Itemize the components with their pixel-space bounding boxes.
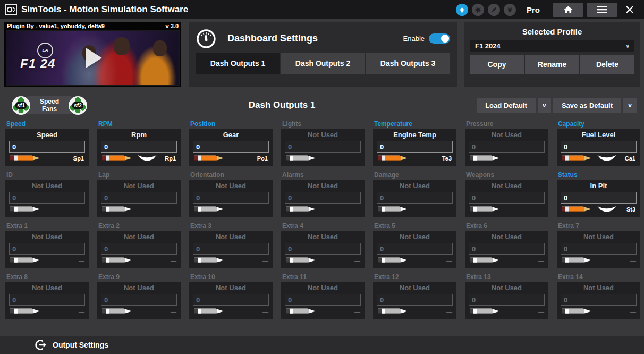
pencil-edit-icon[interactable]	[194, 257, 224, 264]
pencil-edit-icon[interactable]	[378, 206, 408, 213]
dash-card-extra-12: Extra 12 Not Used —	[373, 273, 456, 319]
card-value-input[interactable]	[285, 141, 361, 153]
card-value-input[interactable]	[377, 243, 453, 255]
fan-icon[interactable]: sf1	[12, 96, 30, 115]
card-value-input[interactable]	[101, 141, 177, 153]
card-body: Not Used —	[189, 282, 273, 319]
save-as-default-button[interactable]: Save as Default	[553, 98, 621, 113]
card-value-input[interactable]	[101, 243, 177, 255]
pencil-edit-icon[interactable]	[378, 308, 408, 315]
home-button[interactable]	[553, 3, 583, 17]
card-title: Fuel Level	[561, 131, 637, 141]
pencil-edit-icon[interactable]	[562, 155, 591, 162]
pencil-edit-icon[interactable]	[562, 206, 591, 213]
card-value-input[interactable]	[469, 141, 545, 153]
card-value-input[interactable]	[9, 192, 85, 204]
profile-select[interactable]: F1 2024 v	[470, 40, 634, 52]
card-value-input[interactable]	[285, 294, 361, 306]
card-value-input[interactable]	[101, 192, 177, 204]
card-value-input[interactable]	[285, 192, 361, 204]
card-body: Not Used —	[373, 180, 456, 217]
pencil-edit-icon[interactable]	[470, 155, 499, 162]
tab-dash-outputs-3[interactable]: Dash Outputs 3	[366, 53, 450, 74]
card-value-input[interactable]	[469, 192, 545, 204]
dash-card-extra-5: Extra 5 Not Used —	[373, 222, 456, 268]
card-value-input[interactable]	[101, 294, 177, 306]
pencil-edit-icon[interactable]	[194, 155, 224, 162]
profile-buttons: Copy Rename Delete	[470, 55, 634, 74]
pencil-edit-icon[interactable]	[102, 308, 132, 315]
card-value-input[interactable]	[9, 294, 85, 306]
pencil-edit-icon[interactable]	[10, 206, 40, 213]
card-value-input[interactable]	[561, 243, 637, 255]
card-body: Not Used —	[97, 180, 181, 217]
card-value-input[interactable]	[193, 243, 269, 255]
card-value-input[interactable]	[285, 243, 361, 255]
card-group-label: Lights	[281, 120, 365, 129]
menu-button[interactable]	[587, 3, 617, 17]
grip-circle-icon[interactable]	[504, 4, 516, 16]
fan-icon[interactable]: sf2	[69, 96, 87, 115]
pencil-edit-icon[interactable]	[10, 257, 40, 264]
load-default-dropdown[interactable]: v	[538, 98, 551, 113]
pencil-circle-icon[interactable]	[488, 4, 500, 16]
save-as-default-dropdown[interactable]: v	[623, 98, 637, 113]
card-value-input[interactable]	[377, 294, 453, 306]
pencil-edit-icon[interactable]	[470, 308, 499, 315]
card-value-input[interactable]	[193, 294, 269, 306]
card-title: Not Used	[285, 182, 361, 192]
card-group-label: Extra 4	[281, 222, 365, 231]
tab-dash-outputs-2[interactable]: Dash Outputs 2	[281, 53, 366, 74]
arrow-up-circle-icon[interactable]	[456, 4, 468, 16]
card-value-input[interactable]	[377, 192, 453, 204]
pencil-edit-icon[interactable]	[194, 308, 224, 315]
output-settings-link[interactable]: Output Settings	[53, 341, 108, 349]
pencil-edit-icon[interactable]	[286, 206, 316, 213]
pencil-edit-icon[interactable]	[470, 257, 499, 264]
card-value-input[interactable]	[9, 243, 85, 255]
card-footer: —	[285, 306, 361, 317]
close-button[interactable]	[621, 3, 639, 17]
card-value-input[interactable]	[561, 141, 637, 153]
game-video-thumbnail[interactable]: EA F1 24	[6, 30, 180, 86]
card-value-input[interactable]	[193, 192, 269, 204]
card-title: Rpm	[101, 131, 177, 141]
rename-button[interactable]: Rename	[525, 55, 579, 74]
pencil-edit-icon[interactable]	[194, 206, 224, 213]
pencil-edit-icon[interactable]	[378, 257, 408, 264]
pencil-edit-icon[interactable]	[102, 155, 132, 162]
card-title: Not Used	[561, 284, 637, 294]
card-value-input[interactable]	[469, 243, 545, 255]
card-value-input[interactable]	[469, 294, 545, 306]
card-group-label: Extra 14	[557, 273, 640, 282]
pencil-edit-icon[interactable]	[10, 308, 40, 315]
card-value-input[interactable]	[561, 294, 637, 306]
enable-toggle[interactable]	[429, 33, 450, 44]
pencil-edit-icon[interactable]	[286, 308, 316, 315]
burst-circle-icon[interactable]	[472, 4, 484, 16]
pencil-edit-icon[interactable]	[562, 257, 591, 264]
card-channel-tag: —	[70, 308, 84, 315]
delete-button[interactable]: Delete	[580, 55, 634, 74]
card-value-input[interactable]	[377, 141, 453, 153]
card-body: Not Used —	[373, 231, 456, 268]
pencil-edit-icon[interactable]	[286, 155, 316, 162]
pencil-edit-icon[interactable]	[562, 308, 591, 315]
card-channel-tag: —	[530, 257, 544, 264]
card-value-input[interactable]	[561, 192, 637, 204]
pencil-edit-icon[interactable]	[102, 257, 132, 264]
play-icon[interactable]	[86, 48, 101, 68]
pencil-edit-icon[interactable]	[286, 257, 316, 264]
pencil-edit-icon[interactable]	[470, 206, 499, 213]
pencil-edit-icon[interactable]	[10, 155, 40, 162]
tab-dash-outputs-1[interactable]: Dash Outputs 1	[196, 53, 281, 74]
card-value-input[interactable]	[193, 141, 269, 153]
copy-button[interactable]: Copy	[470, 55, 524, 74]
pencil-edit-icon[interactable]	[102, 206, 132, 213]
load-default-button[interactable]: Load Default	[477, 98, 536, 113]
card-value-input[interactable]	[9, 141, 85, 153]
speed-fans-widget[interactable]: sf1 Speed Fans sf2	[12, 96, 87, 115]
card-channel-tag: —	[438, 257, 452, 264]
pencil-edit-icon[interactable]	[378, 155, 408, 162]
dash-card-temperature: Temperature Engine Temp Te3	[373, 120, 456, 166]
